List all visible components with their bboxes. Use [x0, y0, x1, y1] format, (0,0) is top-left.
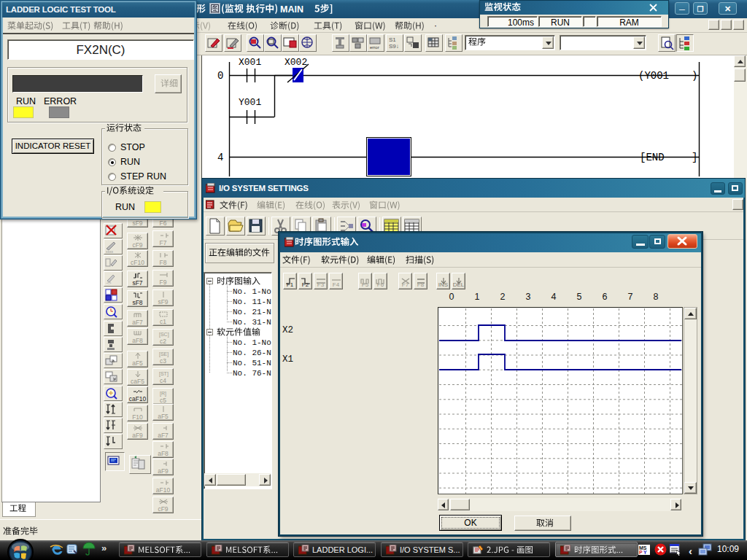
svg-text:xxxx: xxxx — [106, 249, 114, 254]
svg-text:S9↓: S9↓ — [389, 43, 399, 50]
svg-text:Y: Y — [643, 550, 647, 555]
svg-text:-<>: -<> — [106, 281, 112, 285]
svg-text:[ST]: [ST] — [159, 371, 169, 377]
svg-text:[SC]: [SC] — [159, 332, 169, 338]
svg-text:[SE]: [SE] — [159, 351, 169, 357]
svg-text:P: P — [639, 550, 643, 555]
svg-text:[R]: [R] — [160, 391, 166, 397]
svg-text:S1: S1 — [389, 36, 396, 43]
svg-text:error: error — [370, 45, 379, 50]
